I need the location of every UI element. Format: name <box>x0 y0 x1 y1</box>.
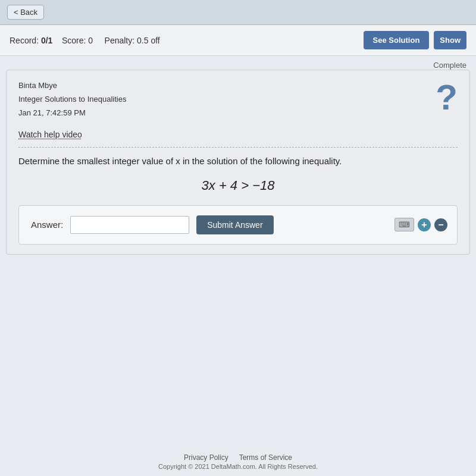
answer-label: Answer: <box>31 220 63 230</box>
question-mark-icon: ? <box>436 80 458 115</box>
header-buttons: See Solution Show <box>364 31 466 49</box>
problem-equation: 3x + 4 > −18 <box>18 178 458 193</box>
footer: Privacy Policy Terms of Service Copyrigh… <box>0 441 476 476</box>
record-value: 0/1 <box>41 36 52 45</box>
main-content: Complete ? Binta Mbye Integer Solutions … <box>0 56 476 476</box>
penalty-value: 0.5 off <box>137 36 160 45</box>
privacy-policy-link[interactable]: Privacy Policy <box>184 453 228 462</box>
record-label: Record: <box>10 36 39 45</box>
complete-label: Complete <box>433 61 466 70</box>
top-nav: < Back <box>0 0 476 25</box>
student-name: Binta Mbye <box>18 80 458 92</box>
divider <box>18 147 458 148</box>
header-stats: Record: 0/1 Score: 0 Penalty: 0.5 off <box>10 36 160 45</box>
student-topic: Integer Solutions to Inequalities <box>18 93 458 106</box>
score-label: Score: <box>62 36 86 45</box>
answer-area: Answer: Submit Answer ⌨ + − <box>18 205 458 245</box>
zoom-out-button[interactable]: − <box>434 218 447 231</box>
content-header: Complete <box>0 56 476 70</box>
see-solution-button[interactable]: See Solution <box>364 31 430 49</box>
penalty-label: Penalty: <box>105 36 135 45</box>
terms-of-service-link[interactable]: Terms of Service <box>239 453 292 462</box>
header-bar: Record: 0/1 Score: 0 Penalty: 0.5 off Se… <box>0 25 476 56</box>
problem-instruction: Determine the smallest integer value of … <box>18 155 458 168</box>
score-value: 0 <box>88 36 93 45</box>
back-button[interactable]: < Back <box>7 5 44 20</box>
question-card: ? Binta Mbye Integer Solutions to Inequa… <box>6 70 470 255</box>
footer-copyright: Copyright © 2021 DeltaMath.com. All Righ… <box>0 463 476 470</box>
submit-answer-button[interactable]: Submit Answer <box>196 215 273 234</box>
answer-tools: ⌨ + − <box>394 218 447 231</box>
zoom-in-button[interactable]: + <box>418 218 431 231</box>
answer-input[interactable] <box>70 216 189 234</box>
watch-help-link[interactable]: Watch help video <box>18 130 82 139</box>
student-date: Jan 21, 7:42:59 PM <box>18 107 458 120</box>
footer-links: Privacy Policy Terms of Service <box>0 453 476 462</box>
show-button[interactable]: Show <box>434 31 466 49</box>
keyboard-icon[interactable]: ⌨ <box>394 218 414 231</box>
